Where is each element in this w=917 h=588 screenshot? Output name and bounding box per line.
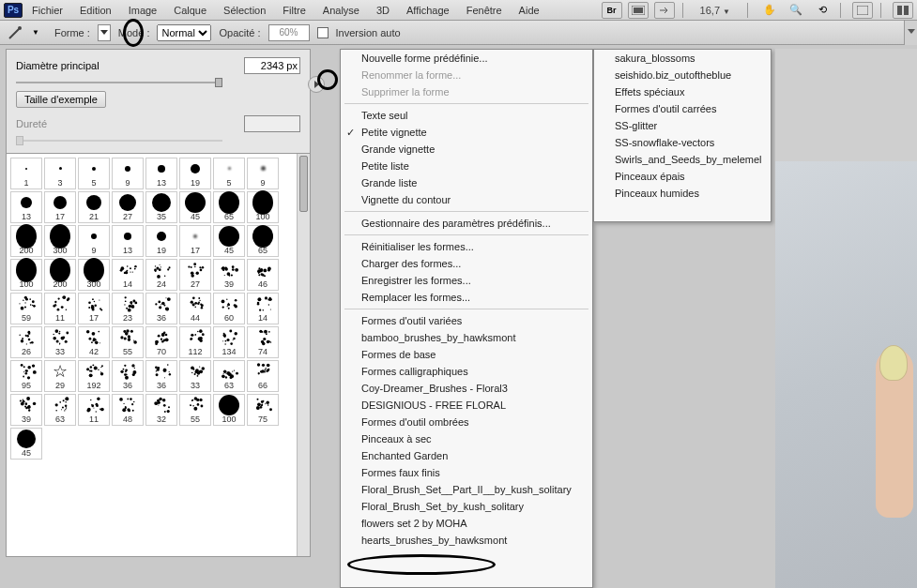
menu-item[interactable]: Enregistrer les formes...: [341, 272, 592, 289]
inversion-checkbox[interactable]: [317, 27, 329, 38]
menu-item[interactable]: SS-snowflake-vectors: [594, 134, 771, 151]
menu-item[interactable]: Remplacer les formes...: [341, 289, 592, 306]
menu-item[interactable]: Pinceaux à sec: [341, 430, 592, 447]
brush-preset[interactable]: 13: [10, 191, 42, 223]
brush-preset[interactable]: 17: [78, 293, 110, 324]
arrow-icon[interactable]: [654, 2, 675, 19]
brush-preset[interactable]: 21: [78, 191, 110, 223]
arrange-icon[interactable]: [893, 2, 913, 19]
menu-fenêtre[interactable]: Fenêtre: [459, 3, 510, 18]
menu-item[interactable]: Réinitialiser les formes...: [341, 238, 592, 255]
bridge-icon[interactable]: Br: [602, 2, 622, 19]
menu-item[interactable]: Enchanted Garden: [341, 447, 592, 464]
brush-preset[interactable]: 19: [179, 158, 211, 189]
brush-preset[interactable]: 36: [145, 360, 177, 392]
brush-scrollbar[interactable]: [297, 154, 310, 556]
brush-picker-dropdown[interactable]: [98, 24, 111, 41]
brush-preset[interactable]: 75: [247, 394, 279, 426]
brush-preset[interactable]: 33: [179, 360, 211, 392]
brush-preset[interactable]: 200: [10, 225, 42, 257]
brush-preset[interactable]: 95: [10, 360, 42, 392]
menu-item[interactable]: SS-glitter: [594, 117, 771, 134]
brush-preset[interactable]: 74: [247, 326, 279, 358]
brush-preset[interactable]: 14: [247, 293, 279, 324]
brush-preset[interactable]: 66: [247, 360, 279, 392]
menu-item[interactable]: Formes d'outil variées: [341, 312, 592, 329]
brush-preset[interactable]: 9: [112, 158, 144, 189]
menu-item[interactable]: Charger des formes...: [341, 255, 592, 272]
brush-preset[interactable]: 44: [179, 293, 211, 324]
brush-preset[interactable]: 39: [213, 259, 245, 291]
brush-preset[interactable]: 65: [247, 225, 279, 257]
brush-preset[interactable]: 100: [247, 191, 279, 223]
brush-preset[interactable]: 11: [44, 293, 76, 324]
menu-item[interactable]: sakura_blossoms: [594, 50, 771, 67]
brush-preset[interactable]: 32: [145, 394, 177, 426]
menu-item[interactable]: Grande liste: [341, 174, 592, 191]
menu-item[interactable]: Nouvelle forme prédéfinie...: [341, 50, 592, 67]
workspace-switcher-icon[interactable]: [904, 21, 917, 45]
brush-preset[interactable]: 17: [44, 191, 76, 223]
brush-preset[interactable]: 11: [78, 394, 110, 426]
brush-preset[interactable]: 70: [145, 326, 177, 358]
brush-preset[interactable]: 42: [78, 326, 110, 358]
menu-affichage[interactable]: Affichage: [399, 3, 457, 18]
menu-sélection[interactable]: Sélection: [216, 3, 273, 18]
brush-preset[interactable]: 33: [44, 326, 76, 358]
brush-preset[interactable]: 23: [112, 293, 144, 324]
menu-fichier[interactable]: Fichier: [24, 3, 70, 18]
brush-preset[interactable]: 48: [112, 394, 144, 426]
menu-item[interactable]: bamboo_brushes_by_hawksmont: [341, 329, 592, 346]
menu-aide[interactable]: Aide: [512, 3, 547, 18]
brush-preset[interactable]: 17: [179, 225, 211, 257]
brush-preset[interactable]: 100: [10, 259, 42, 291]
menu-item[interactable]: Pinceaux épais: [594, 168, 771, 185]
brush-preset[interactable]: 60: [213, 293, 245, 324]
brush-preset[interactable]: 3: [44, 158, 76, 189]
brush-preset[interactable]: 36: [112, 360, 144, 392]
brush-preset[interactable]: 55: [112, 326, 144, 358]
brush-preset[interactable]: 35: [145, 191, 177, 223]
menu-item[interactable]: Formes de base: [341, 346, 592, 363]
menu-item[interactable]: Grande vignette: [341, 141, 592, 158]
brush-preset[interactable]: 65: [213, 191, 245, 223]
brush-preset[interactable]: 24: [145, 259, 177, 291]
menu-item[interactable]: Gestionnaire des paramètres prédéfinis..…: [341, 215, 592, 232]
brush-preset[interactable]: 300: [78, 259, 110, 291]
film-icon[interactable]: [628, 2, 649, 19]
brush-preset[interactable]: 13: [145, 158, 177, 189]
menu-item[interactable]: Texte seul: [341, 107, 592, 124]
menu-item[interactable]: Formes d'outil ombrées: [341, 414, 592, 430]
menu-filtre[interactable]: Filtre: [275, 3, 313, 18]
opacity-value[interactable]: [268, 24, 310, 41]
menu-item[interactable]: Formes calligraphiques: [341, 363, 592, 380]
brush-preset[interactable]: 5: [78, 158, 110, 189]
brush-preset[interactable]: 19: [145, 225, 177, 257]
diameter-input[interactable]: [244, 57, 300, 74]
menu-item[interactable]: Effets spéciaux: [594, 83, 771, 100]
sample-size-button[interactable]: Taille d'exemple: [16, 91, 106, 108]
menu-item[interactable]: Formes d'outil carrées: [594, 100, 771, 117]
brush-preset[interactable]: 63: [44, 394, 76, 426]
menu-item[interactable]: Pinceaux humides: [594, 185, 771, 202]
brush-preset[interactable]: ☆29: [44, 360, 76, 392]
menu-item[interactable]: Coy-Dreamer_Brushes - Floral3: [341, 380, 592, 397]
menu-analyse[interactable]: Analyse: [315, 3, 367, 18]
menu-item[interactable]: ✓Petite vignette: [341, 124, 592, 141]
brush-preset[interactable]: 9: [78, 225, 110, 257]
brush-preset[interactable]: 36: [145, 293, 177, 324]
brush-preset[interactable]: 46: [247, 259, 279, 291]
brush-preset[interactable]: 63: [213, 360, 245, 392]
brush-preset[interactable]: 26: [10, 326, 42, 358]
brush-preset[interactable]: 1: [10, 158, 42, 189]
menu-edition[interactable]: Edition: [72, 3, 119, 18]
menu-3d[interactable]: 3D: [369, 3, 397, 18]
brush-preset[interactable]: 45: [213, 225, 245, 257]
brush-preset[interactable]: 134: [213, 326, 245, 358]
brush-preset[interactable]: 5: [213, 158, 245, 189]
brush-preset[interactable]: 45: [179, 191, 211, 223]
brush-preset[interactable]: 27: [179, 259, 211, 291]
brush-preset[interactable]: 13: [112, 225, 144, 257]
brush-preset[interactable]: 55: [179, 394, 211, 426]
menu-item[interactable]: flowers set 2 by MOHA: [341, 515, 592, 532]
